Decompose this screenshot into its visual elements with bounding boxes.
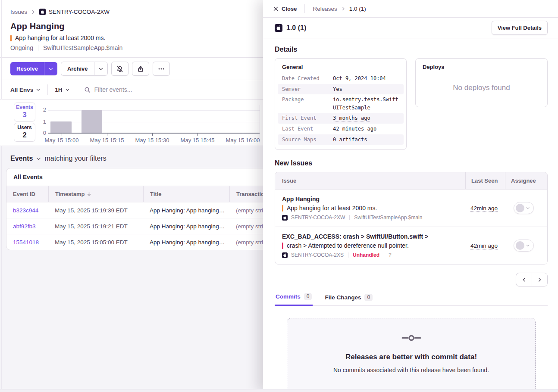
general-card-title: General — [278, 64, 404, 73]
issue-message: crash > Attempted to dereference null po… — [287, 242, 409, 249]
chart-bar — [50, 121, 72, 133]
share-icon — [137, 65, 144, 72]
deploys-card-title: Deploys — [423, 64, 540, 70]
drawer-breadcrumb: Releases 1.0 (1) — [313, 6, 366, 12]
x-axis-label: May 15 15:15 — [90, 137, 124, 143]
divider — [304, 4, 305, 13]
resolve-dropdown-button[interactable] — [44, 62, 57, 75]
empty-state-message: No commits associated with this release … — [296, 367, 527, 373]
axis-tick — [107, 134, 107, 136]
kv-value: Yes — [333, 85, 342, 93]
breadcrumb-current: SENTRY-COCOA-2XW — [39, 9, 110, 15]
chevron-down-icon[interactable] — [36, 156, 41, 162]
tab-file-changes[interactable]: File Changes 0 — [324, 292, 373, 306]
apple-platform-icon — [282, 252, 288, 258]
app-window: Issues SENTRY-COCOA-2XW App Hanging App … — [0, 0, 558, 392]
divider — [260, 105, 260, 142]
more-actions-button[interactable] — [153, 62, 170, 76]
tab-commits-label: Commits — [276, 293, 301, 300]
divider — [348, 252, 348, 258]
new-issues-table-header: Issue Last Seen Assignee — [275, 172, 547, 189]
axis-tick — [243, 134, 243, 136]
drawer-header: Close Releases 1.0 (1) — [263, 0, 558, 18]
events-dataset-dropdown-label: Events — [10, 155, 33, 162]
close-drawer-button[interactable]: Close — [273, 6, 297, 12]
help-question-mark[interactable]: ? — [389, 252, 392, 258]
level-indicator — [10, 35, 12, 41]
event-timestamp: May 15, 2025 15:05:00 EDT — [48, 239, 143, 246]
issue-last-seen[interactable]: 42min ago — [470, 243, 498, 249]
source-maps-link[interactable]: 0 artifacts — [333, 136, 367, 144]
tab-commits[interactable]: Commits 0 — [275, 292, 313, 306]
event-id-link[interactable]: b323c944 — [6, 207, 48, 214]
divider — [38, 45, 38, 51]
column-header-assignee: Assignee — [505, 172, 547, 189]
page-left-edge — [1, 0, 2, 392]
divider — [47, 84, 48, 95]
tab-file-changes-count-badge: 0 — [364, 294, 373, 301]
mute-button[interactable] — [111, 62, 129, 76]
assignee-dropdown[interactable] — [514, 202, 534, 214]
users-stat-label: Users — [14, 124, 35, 131]
x-axis — [48, 133, 260, 134]
archive-split-button: Archive — [61, 62, 108, 76]
event-id-link[interactable]: abf92fb3 — [6, 223, 48, 230]
archive-button[interactable]: Archive — [61, 62, 94, 76]
search-icon — [84, 87, 91, 93]
gridline — [48, 110, 260, 111]
kv-value-first-event[interactable]: 3 months ago — [333, 114, 370, 122]
x-axis-label: May 15 15:30 — [135, 137, 169, 143]
new-issues-table: Issue Last Seen Assignee App Hanging App… — [275, 172, 548, 264]
event-title: App Hanging: App hanging for at least 20… — [143, 223, 229, 230]
issue-row[interactable]: App Hanging App hanging for at least 200… — [275, 189, 547, 227]
breadcrumb-releases-link[interactable]: Releases — [313, 6, 337, 12]
kv-value: io.sentry.tests.SwiftUITestSample — [333, 96, 399, 112]
release-title: 1.0 (1) — [286, 24, 306, 32]
share-button[interactable] — [132, 62, 149, 76]
filter-events-input[interactable] — [94, 86, 224, 93]
breadcrumb-release-version: 1.0 (1) — [349, 6, 366, 12]
kv-row: Semver Yes — [278, 84, 404, 95]
event-timestamp: May 15, 2025 15:19:21 EDT — [48, 223, 143, 230]
avatar — [516, 204, 524, 212]
chevron-right-icon — [537, 277, 542, 283]
issue-last-seen[interactable]: 42min ago — [470, 205, 498, 212]
empty-state-title: Releases are better with commit data! — [296, 353, 527, 361]
kv-key: Package — [282, 96, 333, 112]
deploys-card: Deploys No deploys found — [415, 58, 548, 107]
chevron-down-icon — [65, 87, 70, 92]
column-header-last-seen: Last Seen — [465, 172, 505, 189]
event-id-link[interactable]: 15541018 — [6, 239, 48, 246]
new-issues-heading: New Issues — [275, 159, 548, 167]
horizontal-scrollbar[interactable] — [0, 389, 558, 392]
gridline — [48, 122, 260, 122]
environment-dropdown[interactable]: All Envs — [10, 87, 41, 93]
events-stat-value: 3 — [14, 111, 35, 119]
kv-key: First Event — [282, 114, 333, 122]
issue-title-link[interactable]: EXC_BAD_ACCESS: crash > SwiftUI/Button.s… — [282, 233, 458, 240]
breadcrumb-issues-link[interactable]: Issues — [10, 9, 27, 15]
assignee-dropdown[interactable] — [514, 240, 534, 252]
issue-title-link[interactable]: App Hanging — [282, 196, 458, 202]
archive-dropdown-button[interactable] — [94, 62, 108, 76]
y-axis-tick: 0 — [38, 130, 46, 136]
kv-value-last-event[interactable]: 42 minutes ago — [333, 125, 376, 133]
time-range-dropdown[interactable]: 1H — [55, 87, 69, 93]
users-stat-toggle[interactable]: Users 2 — [14, 123, 35, 142]
column-header-timestamp[interactable]: Timestamp — [48, 186, 143, 202]
y-axis-tick: 1 — [38, 118, 46, 125]
time-range-label: 1H — [55, 87, 62, 93]
events-stat-toggle[interactable]: Events 3 — [14, 103, 35, 121]
resolve-button[interactable]: Resolve — [10, 62, 44, 75]
next-page-button[interactable] — [532, 273, 547, 286]
resolve-split-button: Resolve — [10, 62, 57, 75]
previous-page-button[interactable] — [516, 273, 532, 286]
view-full-details-button[interactable]: View Full Details — [492, 21, 548, 35]
column-header-title[interactable]: Title — [143, 186, 229, 202]
column-header-issue: Issue — [275, 172, 465, 189]
issue-status: Ongoing — [10, 44, 33, 51]
kv-row: First Event 3 months ago — [278, 113, 404, 124]
column-header-event-id[interactable]: Event ID — [6, 186, 48, 202]
general-card: General Date Created Oct 9, 2024 10:04 S… — [275, 58, 407, 150]
issue-row[interactable]: EXC_BAD_ACCESS: crash > SwiftUI/Button.s… — [275, 227, 547, 264]
